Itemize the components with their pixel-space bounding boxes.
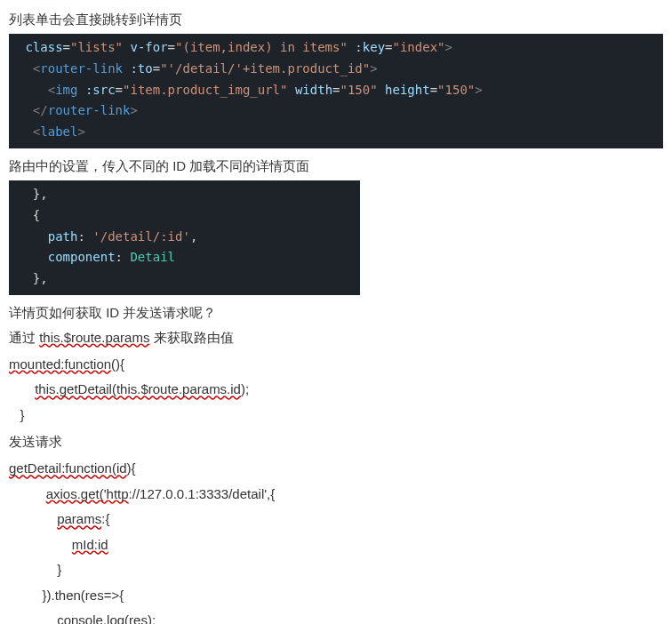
code-token: component	[18, 250, 116, 264]
code-token: "'/detail/'+item.product_id"	[160, 61, 370, 76]
code-token: >	[445, 40, 452, 54]
code-token: :	[116, 250, 131, 264]
code-token: :	[77, 229, 92, 244]
section-title-3a: 详情页如何获取 ID 并发送请求呢？	[9, 302, 663, 324]
section-title-3b: 通过 this.$route.params 来获取路由值	[9, 327, 663, 348]
text	[9, 381, 35, 396]
wavy-text: mId:id	[72, 537, 108, 552]
text: }).then(res=>{	[9, 588, 124, 603]
code-token: },	[18, 187, 48, 201]
code-token: "item.product_img_url"	[123, 83, 287, 97]
code-token: >	[130, 103, 137, 117]
wavy-text: params	[57, 511, 101, 526]
text	[9, 537, 72, 552]
code-token: router-link	[48, 103, 131, 117]
code-token: </	[18, 103, 48, 117]
wavy-text: axios.get('http	[46, 486, 129, 501]
code-block-1: class="lists" v-for="(item,index) in ite…	[9, 34, 663, 148]
code-token: =	[116, 83, 123, 97]
code-token: "(item,index) in items"	[175, 40, 348, 54]
code-token: >	[77, 124, 84, 139]
wavy-text: this.$route.params	[39, 330, 149, 345]
code-token: :to	[123, 61, 153, 76]
code-token: router-link	[40, 61, 123, 76]
text: (){	[111, 356, 124, 372]
code-token: "index"	[393, 40, 445, 54]
code-token: {	[18, 208, 40, 222]
text: 来获取路由值	[149, 330, 233, 345]
text: ){	[127, 460, 136, 476]
code-token: Detail	[130, 250, 175, 264]
wavy-text: mounted:function	[9, 356, 111, 372]
text	[9, 511, 57, 526]
code-block-4: getDetail:function(id){ axios.get('http:…	[9, 456, 663, 624]
code-token: "150"	[437, 83, 475, 97]
code-token: =	[430, 83, 437, 97]
code-token: :src	[77, 83, 115, 97]
text: }	[9, 407, 25, 422]
text: );	[148, 612, 156, 624]
code-token: img	[55, 83, 77, 97]
code-token: label	[40, 124, 77, 139]
text: );	[241, 381, 249, 396]
code-token: "lists"	[70, 40, 123, 54]
code-token: '/detail/:id'	[92, 229, 190, 244]
text: :{	[101, 511, 109, 526]
code-token: <	[18, 61, 40, 76]
code-token: height	[378, 83, 430, 97]
text	[9, 486, 46, 501]
section-title-1: 列表单击会直接跳转到详情页	[9, 9, 663, 30]
wavy-text: this.getDetail(this.$route.params.id	[35, 381, 241, 396]
code-token: =	[168, 40, 175, 54]
code-token: =	[63, 40, 70, 54]
text	[9, 612, 57, 624]
code-token: >	[370, 61, 377, 76]
wavy-text: console.log(res	[57, 612, 148, 624]
code-token: path	[18, 229, 77, 244]
code-token: =	[385, 40, 392, 54]
text: ://127.0.0.1:3333/detail',{	[129, 486, 276, 501]
code-block-3: mounted:function(){ this.getDetail(this.…	[9, 352, 663, 428]
code-token: v-for	[123, 40, 168, 54]
code-token: :key	[348, 40, 385, 54]
section-title-4: 发送请求	[9, 431, 663, 452]
text: }	[9, 562, 61, 577]
code-token: ,	[190, 229, 197, 244]
code-token: =	[332, 83, 340, 97]
code-token: "150"	[340, 83, 378, 97]
code-token: =	[153, 61, 160, 76]
code-block-2: }, { path: '/detail/:id', component: Det…	[9, 180, 360, 295]
code-token: },	[18, 271, 48, 285]
code-token: width	[287, 83, 332, 97]
code-token: <	[18, 124, 40, 139]
code-token: <	[18, 83, 55, 97]
section-title-2: 路由中的设置，传入不同的 ID 加载不同的详情页面	[9, 156, 663, 177]
text: 通过	[9, 330, 39, 345]
wavy-text: getDetail:function(id	[9, 460, 127, 476]
code-token: class	[18, 40, 63, 54]
code-token: >	[475, 83, 482, 97]
